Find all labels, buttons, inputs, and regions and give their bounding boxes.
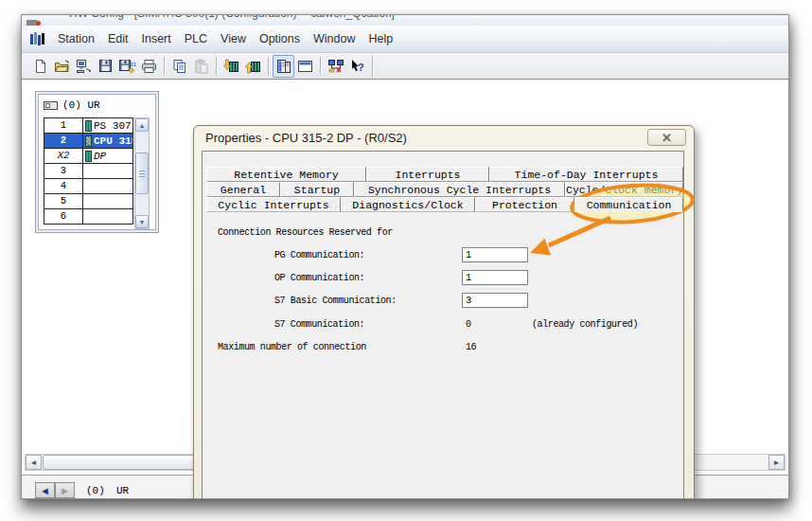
module-icon	[85, 135, 92, 147]
section-heading: Connection Resources Reserved for	[218, 227, 393, 238]
s7-basic-communication-input[interactable]	[462, 293, 528, 308]
save-icon[interactable]	[95, 55, 116, 78]
menu-options[interactable]: Options	[253, 26, 307, 52]
menu-help[interactable]: Help	[362, 26, 400, 52]
rack-header: (0) UR	[44, 99, 100, 111]
menu-insert[interactable]: Insert	[134, 26, 177, 52]
scroll-right-icon[interactable]: ►	[768, 455, 785, 470]
scroll-down-icon[interactable]: ▼	[135, 215, 149, 228]
upload-icon[interactable]	[242, 55, 264, 78]
rack-row-x2[interactable]: X2 DP	[44, 149, 132, 164]
rack-inner: (0) UR 1 PS 307 2 CPU 315-2 DP X2	[38, 94, 156, 230]
bottom-pane-rack-index: (0)	[86, 485, 105, 496]
menu-window[interactable]: Window	[307, 26, 362, 52]
menu-bar: Station Edit Insert PLC View Options Win…	[22, 26, 788, 53]
open-folder-icon[interactable]	[51, 55, 73, 78]
pg-communication-label: PG Communication:	[274, 250, 364, 260]
hw-config-window: HW Config - [SIMATIC 300(1) (Configurati…	[21, 14, 789, 499]
module-name: CPU 315-2 DP	[94, 135, 132, 147]
slot-number: 5	[44, 194, 83, 208]
module-cell	[83, 164, 132, 178]
slot-number: 6	[44, 209, 83, 224]
menu-view[interactable]: View	[214, 26, 253, 52]
toolbar-separator	[164, 57, 165, 75]
next-rack-button[interactable]: ►	[55, 482, 75, 498]
menu-station[interactable]: Station	[51, 26, 101, 52]
mdi-content-area: (0) UR 1 PS 307 2 CPU 315-2 DP X2	[22, 80, 788, 499]
max-connections-value: 16	[466, 342, 476, 352]
catalog-icon[interactable]	[273, 55, 294, 78]
s7-communication-label: S7 Communication:	[274, 319, 364, 330]
module-icon	[85, 151, 92, 162]
save-and-compile-icon[interactable]: 01	[116, 55, 138, 78]
close-icon[interactable]: ✕	[647, 129, 686, 146]
rack-row-5[interactable]: 5	[44, 194, 132, 209]
bottom-pane-rack-name: UR	[116, 485, 129, 496]
hw-config-icon	[29, 32, 45, 46]
tab-communication[interactable]: Communication	[574, 197, 683, 212]
dialog-title: Properties - CPU 315-2 DP - (R0/S2)	[205, 126, 407, 151]
module-name: PS 307	[94, 120, 132, 132]
screenshot-root: HW Config - [SIMATIC 300(1) (Configurati…	[0, 0, 812, 521]
paste-icon[interactable]	[190, 55, 212, 78]
pg-communication-input[interactable]	[462, 247, 528, 262]
s7-communication-note: (already configured)	[532, 319, 638, 330]
slot-number: 3	[44, 164, 83, 178]
scroll-left-icon[interactable]: ◄	[26, 455, 42, 470]
module-cell	[83, 209, 132, 224]
scroll-thumb[interactable]	[135, 153, 149, 194]
download-icon[interactable]	[221, 55, 242, 78]
slot-number: 2	[44, 134, 83, 148]
rack-icon	[44, 101, 58, 110]
menu-plc[interactable]: PLC	[178, 26, 214, 52]
module-cell: CPU 315-2 DP	[83, 134, 132, 148]
window-titlebar: HW Config - [SIMATIC 300(1) (Configurati…	[22, 15, 788, 26]
print-icon[interactable]	[138, 55, 160, 78]
rack-window: (0) UR 1 PS 307 2 CPU 315-2 DP X2	[35, 91, 159, 233]
rack-row-6[interactable]: 6	[44, 209, 132, 225]
previous-rack-button[interactable]: ◄	[35, 482, 55, 498]
rack-row-3[interactable]: 3	[44, 164, 132, 179]
module-name: DP	[94, 151, 106, 162]
menu-edit[interactable]: Edit	[101, 26, 135, 52]
scroll-up-icon[interactable]: ▲	[135, 118, 149, 132]
svg-text:?: ?	[358, 62, 364, 73]
open-station-icon[interactable]	[73, 55, 95, 78]
rack-row-2-selected[interactable]: 2 CPU 315-2 DP	[44, 134, 132, 149]
module-cell: DP	[83, 149, 132, 163]
network-configuration-icon[interactable]	[325, 55, 346, 78]
toolbar-separator	[320, 57, 321, 75]
slot-number: 4	[44, 179, 83, 193]
toolbar-separator	[268, 57, 269, 75]
toolbar: 01	[22, 53, 788, 80]
slot-number: X2	[44, 149, 83, 163]
copy-icon[interactable]	[168, 55, 190, 78]
slot-number: 1	[44, 118, 83, 133]
rack-table: 1 PS 307 2 CPU 315-2 DP X2 DP 3	[44, 117, 133, 225]
max-connections-label: Maximum number of connection	[218, 342, 366, 352]
op-communication-label: OP Communication:	[274, 273, 364, 283]
toolbar-separator	[216, 57, 217, 75]
module-cell	[83, 194, 132, 208]
module-cell: PS 307	[83, 118, 132, 133]
rack-title: (0) UR	[62, 99, 100, 111]
rack-row-1[interactable]: 1 PS 307	[44, 118, 132, 134]
new-document-icon[interactable]	[29, 55, 51, 78]
dialog-panel: Retentive Memory Interrupts Time-of-Day …	[202, 151, 684, 499]
properties-dialog: Properties - CPU 315-2 DP - (R0/S2) ✕ Re…	[193, 125, 695, 499]
module-cell	[83, 179, 132, 193]
rack-scrollbar[interactable]: ▲ ▼	[134, 117, 150, 229]
s7-basic-communication-label: S7 Basic Communication:	[274, 296, 397, 306]
module-icon	[85, 120, 92, 132]
toolbar-separator	[372, 55, 373, 78]
address-overview-icon[interactable]	[294, 55, 316, 78]
window-title: HW Config - [SIMATIC 300(1) (Configurati…	[69, 15, 395, 21]
svg-text:01: 01	[130, 61, 136, 67]
rack-row-4[interactable]: 4	[44, 179, 132, 194]
op-communication-input[interactable]	[462, 270, 528, 285]
help-select-icon[interactable]: ?	[346, 55, 368, 78]
s7-communication-value: 0	[466, 319, 471, 330]
